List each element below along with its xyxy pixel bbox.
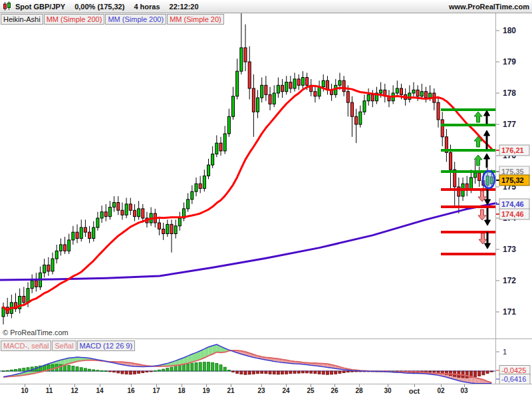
- mm20-line: [3, 86, 491, 310]
- candlestick-series: [2, 13, 493, 325]
- x-label-18: 18: [178, 387, 185, 394]
- svg-text:177: 177: [503, 120, 516, 129]
- macd-legend-item-0[interactable]: MACD-, señal: [1, 340, 51, 351]
- green-up-arrow-icon: [474, 112, 482, 122]
- x-label-10: 10: [21, 387, 28, 394]
- black-up-arrow-icon: [484, 110, 490, 124]
- black-up-arrow-icon: [484, 154, 490, 168]
- svg-text:1: 1: [503, 348, 507, 356]
- svg-text:175,35: 175,35: [501, 168, 524, 176]
- x-label-28: 28: [355, 387, 362, 394]
- svg-text:179: 179: [503, 57, 516, 66]
- red-down-arrow-icon: [478, 209, 486, 220]
- svg-text:-0,6416: -0,6416: [501, 375, 526, 383]
- red-down-arrow-icon: [479, 233, 487, 244]
- x-label-21: 21: [227, 387, 234, 394]
- copyright-label: © ProRealTime.com: [3, 329, 68, 336]
- svg-text:178: 178: [503, 88, 516, 98]
- svg-text:173: 173: [503, 245, 516, 254]
- svg-text:176,21: 176,21: [501, 146, 524, 154]
- legend-item-2[interactable]: MM (Simple 200): [105, 14, 166, 25]
- macd-legend-item-2[interactable]: MACD (12 26 9): [77, 340, 135, 351]
- main-chart-legend: Heikin-AshiMM (Simple 200)MM (Simple 200…: [1, 14, 225, 25]
- x-label-12: 12: [70, 387, 78, 394]
- x-label-26: 26: [331, 387, 338, 394]
- mm200-line: [0, 203, 496, 280]
- chart-canvas[interactable]: 1801791781771761751741731721711-0,0425-0…: [0, 0, 532, 399]
- svg-text:174,46: 174,46: [501, 210, 524, 218]
- svg-text:174,46: 174,46: [501, 200, 524, 208]
- svg-text:-0,0425: -0,0425: [501, 366, 526, 374]
- x-label-17: 17: [152, 387, 160, 394]
- svg-text:171: 171: [503, 307, 516, 317]
- x-axis-strip: 101112141617181921232425262830oct0203: [0, 384, 532, 399]
- x-label-11: 11: [46, 387, 53, 394]
- x-label-02: 02: [437, 387, 444, 394]
- x-label-24: 24: [282, 387, 289, 394]
- x-label-oct: oct: [409, 387, 420, 395]
- svg-text:175,32: 175,32: [501, 176, 524, 184]
- legend-item-3[interactable]: MM (Simple 20): [167, 14, 224, 25]
- x-label-14: 14: [96, 387, 103, 394]
- macd-axis: 1-0,0425-0,6416: [496, 348, 530, 384]
- x-label-23: 23: [257, 387, 265, 394]
- panel-borders: [0, 13, 532, 384]
- x-label-19: 19: [202, 387, 209, 394]
- x-label-03: 03: [460, 387, 467, 394]
- x-label-16: 16: [127, 387, 134, 394]
- x-label-30: 30: [384, 387, 391, 394]
- svg-text:180: 180: [503, 26, 516, 35]
- legend-item-0[interactable]: Heikin-Ashi: [1, 14, 43, 25]
- legend-item-1[interactable]: MM (Simple 200): [44, 14, 105, 25]
- macd-legend-item-1[interactable]: Señal: [52, 340, 76, 351]
- highlight-ellipse: [483, 171, 495, 188]
- macd-legend: MACD-, señalSeñalMACD (12 26 9): [1, 340, 136, 351]
- macd-histogram: [2, 362, 493, 378]
- svg-text:172: 172: [503, 276, 516, 285]
- x-label-25: 25: [307, 387, 314, 394]
- prorealtime-window: Spot GBP/JPY 0,00% (175,32) 4 horas 22:1…: [0, 0, 532, 399]
